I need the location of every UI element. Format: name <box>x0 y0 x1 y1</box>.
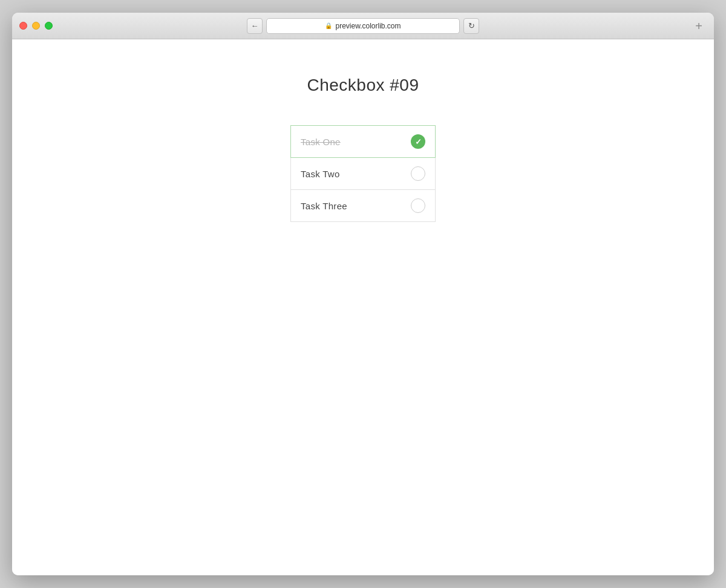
add-tab-icon: + <box>695 20 702 32</box>
add-tab-button[interactable]: + <box>691 18 707 34</box>
maximize-button[interactable] <box>45 22 53 30</box>
address-bar-area: ← 🔒 preview.colorlib.com ↻ <box>247 18 479 34</box>
task-item-3[interactable]: Task Three <box>290 190 436 222</box>
task-label-3: Task Three <box>301 201 347 211</box>
task-label-2: Task Two <box>301 169 340 179</box>
url-text: preview.colorlib.com <box>335 22 401 30</box>
refresh-icon: ↻ <box>468 21 475 30</box>
browser-window: ← 🔒 preview.colorlib.com ↻ + Checkbox #0… <box>12 13 714 575</box>
checkbox-unchecked-icon-3 <box>411 198 425 213</box>
traffic-lights <box>19 22 53 30</box>
minimize-button[interactable] <box>32 22 40 30</box>
checkbox-checked-icon-1: ✓ <box>411 134 425 149</box>
checkbox-unchecked-icon-2 <box>411 166 425 181</box>
nav-left-icon: ← <box>251 21 259 30</box>
task-label-1: Task One <box>301 137 341 147</box>
nav-back-button[interactable]: ← <box>247 18 263 34</box>
checkmark-icon-1: ✓ <box>415 137 422 146</box>
browser-content: Checkbox #09 Task One ✓ Task Two Task Th… <box>12 39 714 575</box>
page-title: Checkbox #09 <box>307 76 419 95</box>
address-bar[interactable]: 🔒 preview.colorlib.com <box>266 18 460 34</box>
nav-refresh-button[interactable]: ↻ <box>463 18 479 34</box>
task-list: Task One ✓ Task Two Task Three <box>290 125 436 222</box>
task-item-1[interactable]: Task One ✓ <box>290 125 436 158</box>
close-button[interactable] <box>19 22 27 30</box>
lock-icon: 🔒 <box>325 22 332 29</box>
task-item-2[interactable]: Task Two <box>290 158 436 190</box>
browser-titlebar: ← 🔒 preview.colorlib.com ↻ + <box>12 13 714 39</box>
